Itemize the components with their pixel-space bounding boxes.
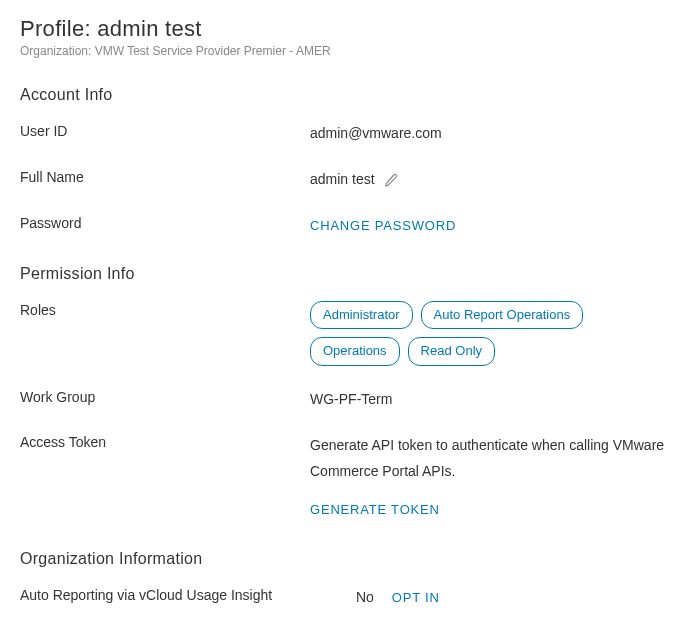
label-work-group: Work Group bbox=[20, 388, 310, 405]
row-password: Password CHANGE PASSWORD bbox=[20, 214, 667, 238]
row-access-token: Access Token Generate API token to authe… bbox=[20, 433, 667, 521]
value-work-group: WG-PF-Term bbox=[310, 388, 667, 412]
profile-title: Profile: admin test bbox=[20, 16, 667, 42]
label-user-id: User ID bbox=[20, 122, 310, 139]
row-work-group: Work Group WG-PF-Term bbox=[20, 388, 667, 412]
value-auto-reporting: No bbox=[356, 589, 374, 605]
generate-token-button[interactable]: GENERATE TOKEN bbox=[310, 502, 440, 517]
label-auto-reporting: Auto Reporting via vCloud Usage Insight bbox=[20, 586, 356, 603]
section-permission-info: Permission Info bbox=[20, 265, 667, 283]
org-name: VMW Test Service Provider Premier - AMER bbox=[95, 44, 331, 58]
label-access-token: Access Token bbox=[20, 433, 310, 450]
profile-organization: Organization: VMW Test Service Provider … bbox=[20, 44, 667, 58]
label-full-name: Full Name bbox=[20, 168, 310, 185]
section-account-info: Account Info bbox=[20, 86, 667, 104]
row-auto-reporting: Auto Reporting via vCloud Usage Insight … bbox=[20, 586, 667, 610]
row-user-id: User ID admin@vmware.com bbox=[20, 122, 667, 146]
pencil-icon[interactable] bbox=[384, 173, 398, 187]
change-password-button[interactable]: CHANGE PASSWORD bbox=[310, 218, 456, 233]
role-pill: Administrator bbox=[310, 301, 413, 329]
roles-pill-container: Administrator Auto Report Operations Ope… bbox=[310, 301, 667, 365]
value-user-id: admin@vmware.com bbox=[310, 122, 667, 146]
row-roles: Roles Administrator Auto Report Operatio… bbox=[20, 301, 667, 365]
role-pill: Read Only bbox=[408, 337, 495, 365]
label-password: Password bbox=[20, 214, 310, 231]
role-pill: Operations bbox=[310, 337, 400, 365]
section-organization-info: Organization Information bbox=[20, 550, 667, 568]
access-token-description: Generate API token to authenticate when … bbox=[310, 433, 667, 483]
value-full-name: admin test bbox=[310, 171, 375, 187]
row-full-name: Full Name admin test bbox=[20, 168, 667, 192]
role-pill: Auto Report Operations bbox=[421, 301, 584, 329]
label-roles: Roles bbox=[20, 301, 310, 318]
opt-in-button[interactable]: OPT IN bbox=[392, 590, 440, 605]
org-prefix: Organization: bbox=[20, 44, 95, 58]
